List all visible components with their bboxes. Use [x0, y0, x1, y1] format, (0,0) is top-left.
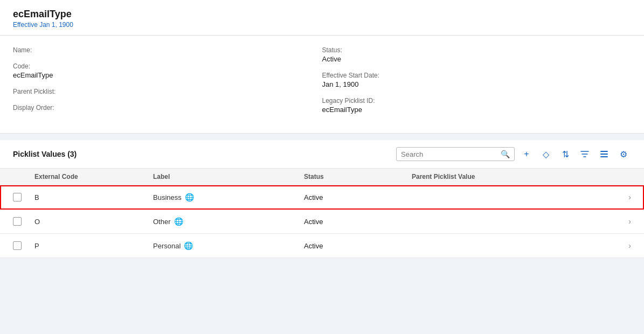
- globe-icon: 🌐: [184, 241, 193, 250]
- detail-code: Code: ecEmailType: [13, 62, 322, 79]
- row-code-b: B: [34, 193, 153, 201]
- details-section: Name: Code: ecEmailType Parent Picklist:…: [0, 36, 644, 134]
- picklist-header: Picklist Values (3) 🔍 + ◇ ⇅: [0, 140, 644, 169]
- table-row[interactable]: B Business 🌐 Active ›: [0, 185, 644, 210]
- page-container: ecEmailType Effective Jan 1, 1900 Name: …: [0, 0, 644, 258]
- header-status: Status: [304, 173, 412, 180]
- effective-start-date-value: Jan 1, 1900: [322, 80, 632, 88]
- details-right: Status: Active Effective Start Date: Jan…: [322, 46, 632, 122]
- row-label-other: Other 🌐: [153, 217, 304, 226]
- row-label-personal: Personal 🌐: [153, 241, 304, 250]
- legacy-picklist-id-value: ecEmailType: [322, 106, 632, 114]
- search-input[interactable]: [401, 150, 501, 158]
- row-status-o: Active: [304, 218, 412, 226]
- code-value: ecEmailType: [13, 71, 322, 79]
- row-checkbox-p[interactable]: [13, 241, 34, 250]
- globe-icon: 🌐: [185, 193, 194, 201]
- display-order-label: Display Order:: [13, 104, 322, 112]
- row-checkbox-o[interactable]: [13, 217, 34, 226]
- sort-button[interactable]: ⇅: [558, 147, 573, 162]
- chevron-right-b: ›: [615, 193, 631, 201]
- list-button[interactable]: [597, 147, 612, 162]
- detail-name: Name:: [13, 46, 322, 54]
- row-label-business: Business 🌐: [153, 193, 304, 201]
- chevron-right-p: ›: [615, 241, 631, 250]
- header-action-col: [615, 173, 631, 180]
- toolbar-right: 🔍 + ◇ ⇅ ⚙: [396, 147, 631, 162]
- status-value: Active: [322, 55, 632, 63]
- checkbox-o[interactable]: [13, 217, 22, 226]
- header-section: ecEmailType Effective Jan 1, 1900: [0, 0, 644, 36]
- row-code-o: O: [34, 218, 153, 226]
- code-label: Code:: [13, 62, 322, 70]
- checkbox-b[interactable]: [13, 193, 22, 201]
- row-code-p: P: [34, 242, 153, 250]
- detail-legacy-picklist-id: Legacy Picklist ID: ecEmailType: [322, 97, 632, 114]
- row-status-b: Active: [304, 193, 412, 201]
- globe-icon: 🌐: [174, 217, 183, 226]
- table-row[interactable]: O Other 🌐 Active ›: [0, 210, 644, 234]
- row-checkbox[interactable]: [13, 193, 34, 201]
- status-label: Status:: [322, 46, 632, 54]
- detail-parent-picklist: Parent Picklist:: [13, 88, 322, 95]
- filter-button[interactable]: [577, 147, 592, 162]
- svg-rect-2: [600, 156, 608, 157]
- picklist-title: Picklist Values (3): [13, 150, 77, 158]
- detail-effective-start-date: Effective Start Date: Jan 1, 1900: [322, 72, 632, 88]
- header-label: Label: [153, 173, 304, 180]
- details-left: Name: Code: ecEmailType Parent Picklist:…: [13, 46, 322, 122]
- effective-start-date-label: Effective Start Date:: [322, 72, 632, 79]
- details-grid: Name: Code: ecEmailType Parent Picklist:…: [13, 46, 631, 122]
- header-checkbox-col: [13, 173, 34, 180]
- header-parent-picklist-value: Parent Picklist Value: [412, 173, 615, 180]
- chevron-right-o: ›: [615, 217, 631, 226]
- page-title: ecEmailType: [13, 9, 631, 20]
- effective-date: Effective Jan 1, 1900: [13, 21, 631, 29]
- detail-status: Status: Active: [322, 46, 632, 63]
- settings-button[interactable]: ⚙: [616, 147, 631, 162]
- picklist-section: Picklist Values (3) 🔍 + ◇ ⇅: [0, 140, 644, 258]
- add-button[interactable]: +: [519, 147, 534, 162]
- row-status-p: Active: [304, 242, 412, 250]
- search-box[interactable]: 🔍: [396, 147, 515, 161]
- legacy-picklist-id-label: Legacy Picklist ID:: [322, 97, 632, 105]
- table-header: External Code Label Status Parent Pickli…: [0, 169, 644, 185]
- checkbox-p[interactable]: [13, 241, 22, 250]
- name-label: Name:: [13, 46, 322, 54]
- diamond-button[interactable]: ◇: [538, 147, 553, 162]
- parent-picklist-label: Parent Picklist:: [13, 88, 322, 95]
- detail-display-order: Display Order:: [13, 104, 322, 112]
- header-external-code: External Code: [34, 173, 153, 180]
- svg-rect-0: [600, 151, 608, 152]
- search-icon: 🔍: [501, 150, 510, 158]
- table-row[interactable]: P Personal 🌐 Active ›: [0, 234, 644, 258]
- svg-rect-1: [600, 154, 608, 155]
